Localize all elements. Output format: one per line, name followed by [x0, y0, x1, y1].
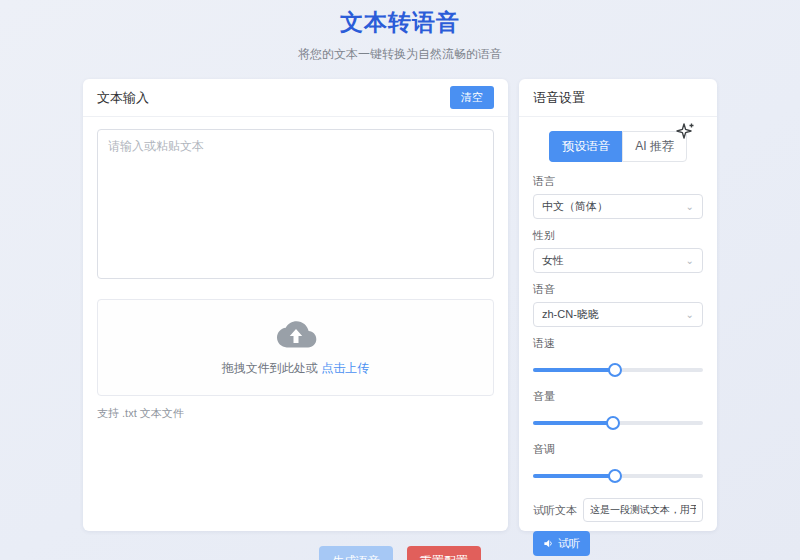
voice-mode-tabs: 预设语音 AI 推荐	[533, 131, 703, 162]
language-label: 语言	[533, 174, 703, 189]
page-header: 文本转语音 将您的文本一键转换为自然流畅的语音	[0, 0, 800, 63]
slider-fill	[533, 421, 613, 425]
cloud-upload-icon	[275, 318, 317, 350]
tab-ai-recommend-label: AI 推荐	[635, 139, 674, 153]
chevron-down-icon: ⌄	[686, 202, 694, 212]
text-input-panel-header: 文本输入 清空	[83, 79, 508, 117]
upload-click-link[interactable]: 点击上传	[321, 361, 369, 375]
generate-speech-button[interactable]: 生成语音	[319, 546, 393, 560]
gender-value: 女性	[542, 253, 564, 268]
text-input-panel: 文本输入 清空 拖拽文件到此处或 点击上传 支持 .txt 文本文件	[83, 79, 508, 531]
clear-button[interactable]: 清空	[450, 86, 494, 109]
slider-fill	[533, 474, 615, 478]
voice-select[interactable]: zh-CN-晓晓 ⌄	[533, 302, 703, 327]
speed-label: 语速	[533, 336, 703, 351]
language-field: 语言 中文（简体） ⌄	[533, 174, 703, 219]
file-upload-dropzone[interactable]: 拖拽文件到此处或 点击上传	[97, 299, 494, 396]
language-value: 中文（简体）	[542, 199, 608, 214]
listen-button-label: 试听	[558, 536, 580, 551]
slider-thumb[interactable]	[608, 363, 622, 377]
pitch-slider[interactable]	[533, 469, 703, 483]
text-input-panel-title: 文本输入	[97, 89, 149, 107]
upload-drag-text: 拖拽文件到此处或	[222, 361, 318, 375]
sparkle-icon	[674, 121, 696, 143]
volume-label: 音量	[533, 389, 703, 404]
voice-value: zh-CN-晓晓	[542, 307, 599, 322]
gender-field: 性别 女性 ⌄	[533, 228, 703, 273]
pitch-label: 音调	[533, 442, 703, 457]
slider-fill	[533, 368, 615, 372]
voice-settings-body: 预设语音 AI 推荐 语言 中文（简体） ⌄	[519, 117, 717, 560]
chevron-down-icon: ⌄	[686, 310, 694, 320]
gender-select[interactable]: 女性 ⌄	[533, 248, 703, 273]
upload-hint: 支持 .txt 文本文件	[97, 406, 494, 421]
speed-slider[interactable]	[533, 363, 703, 377]
voice-field: 语音 zh-CN-晓晓 ⌄	[533, 282, 703, 327]
volume-slider[interactable]	[533, 416, 703, 430]
text-input-panel-body: 拖拽文件到此处或 点击上传 支持 .txt 文本文件	[83, 117, 508, 531]
listen-button[interactable]: 试听	[533, 531, 590, 556]
page-subtitle: 将您的文本一键转换为自然流畅的语音	[0, 46, 800, 63]
voice-settings-header: 语音设置	[519, 79, 717, 117]
speed-slider-group: 语速	[533, 336, 703, 377]
pitch-slider-group: 音调	[533, 442, 703, 483]
upload-instruction: 拖拽文件到此处或 点击上传	[222, 360, 369, 377]
page-title: 文本转语音	[0, 7, 800, 38]
text-input-textarea[interactable]	[97, 129, 494, 279]
preview-text-input[interactable]	[583, 498, 703, 522]
tab-ai-recommend[interactable]: AI 推荐	[622, 131, 687, 162]
language-select[interactable]: 中文（简体） ⌄	[533, 194, 703, 219]
voice-settings-title: 语音设置	[533, 89, 585, 107]
reset-config-button[interactable]: 重置配置	[407, 546, 481, 560]
chevron-down-icon: ⌄	[686, 256, 694, 266]
voice-label: 语音	[533, 282, 703, 297]
gender-label: 性别	[533, 228, 703, 243]
slider-thumb[interactable]	[606, 416, 620, 430]
tab-preset-voice[interactable]: 预设语音	[549, 131, 622, 162]
preview-text-label: 试听文本	[533, 503, 577, 518]
speaker-icon	[543, 538, 554, 549]
voice-settings-panel: 语音设置 预设语音 AI 推荐 语言 中文（简体）	[519, 79, 717, 531]
volume-slider-group: 音量	[533, 389, 703, 430]
slider-thumb[interactable]	[608, 469, 622, 483]
main-content: 文本输入 清空 拖拽文件到此处或 点击上传 支持 .txt 文本文件	[83, 79, 717, 531]
preview-text-row: 试听文本	[533, 498, 703, 522]
